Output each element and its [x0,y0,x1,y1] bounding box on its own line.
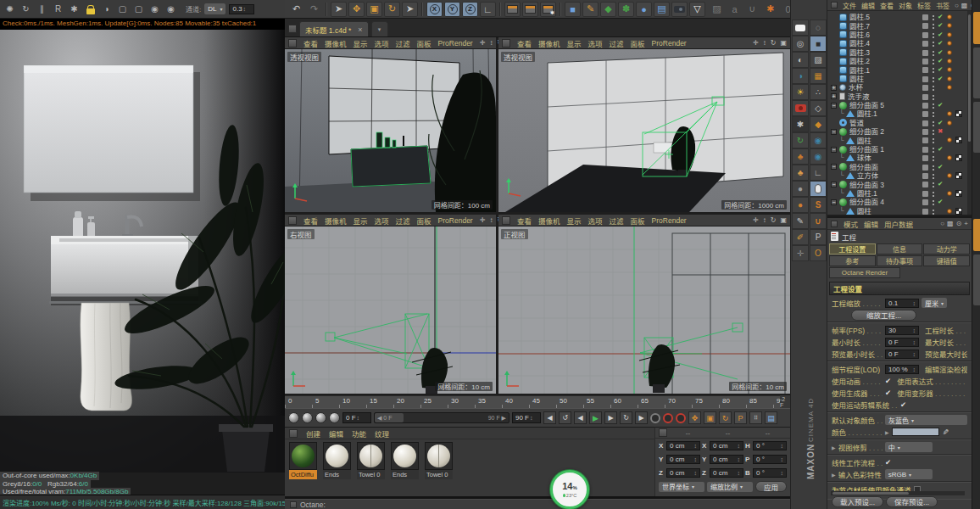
magnet-icon[interactable]: ∪ [744,2,760,17]
phong-tag-icon[interactable] [947,32,952,37]
layer-icon[interactable] [922,14,928,20]
move-tool-icon[interactable]: ✥ [348,2,365,17]
contrast-ab-icon[interactable]: ◐ [792,52,809,68]
camera-icon[interactable] [671,2,688,17]
am-panel-icon[interactable] [831,221,838,227]
scale-unit-dropdown[interactable]: 厘米 [922,298,947,308]
collapse-icon[interactable] [831,147,837,153]
layer-icon[interactable] [922,111,928,117]
search-icon[interactable]: ○ [940,220,944,227]
object-row[interactable]: 细分曲面 1 [827,145,972,154]
layer-icon[interactable] [922,67,928,73]
fps-field[interactable]: 30↕ [885,326,919,335]
subdivision-surface-icon[interactable]: ◆ [600,2,616,17]
expand-arrow-icon[interactable]: ▶ [832,445,836,450]
enabled-check-icon[interactable] [938,75,943,83]
texture-globe-icon[interactable]: ◉ [810,132,827,148]
om-panel-icon[interactable] [831,2,838,8]
menu-display[interactable]: 显示 [354,215,368,226]
collapse-icon[interactable] [831,182,837,187]
menu-edit[interactable]: 编辑 [329,428,343,439]
object-tree[interactable]: 圆柱.5 圆柱.7 圆柱.6 圆柱.4 圆柱.3 圆柱.2 圆柱.1 圆柱 水杯… [827,11,972,215]
snap-s-icon[interactable]: S [810,197,827,213]
render-view-icon[interactable] [504,2,521,17]
tree-icon[interactable]: ♣ [792,165,809,181]
viewport-perspective-shaded[interactable]: 查看 摄像机 显示 选项 过滤 面板 ProRender ✛ ↕ ↻ ▣ [285,37,496,212]
menu-options[interactable]: 选项 [375,38,389,48]
pos-y-field[interactable]: 0 cm↕ [666,455,700,464]
octane-restart-icon[interactable]: ↻ [19,3,32,16]
phong-tag-icon[interactable] [947,191,952,196]
octane-material-picker-icon[interactable]: ◑ [100,3,113,16]
render-view-button-icon[interactable] [792,20,809,36]
section-header[interactable]: 工程设置 [829,282,970,295]
object-row[interactable]: 立方体 [827,171,972,180]
phong-tag-icon[interactable] [947,173,952,178]
keyframe-sphere-icon[interactable] [288,412,299,423]
enabled-check-icon[interactable] [938,48,943,57]
rot-b-field[interactable]: 0 °↕ [753,468,787,478]
visibility-dots-icon[interactable] [933,130,934,131]
add-icon[interactable]: + [964,220,968,227]
phong-tag-icon[interactable] [947,85,952,90]
spline-pen-icon[interactable]: ✎ [582,2,599,17]
menu-options[interactable]: 选项 [588,38,603,48]
enabled-check-icon[interactable] [938,198,943,206]
use-generators-checkbox[interactable]: ✔ [885,389,891,397]
layer-icon[interactable] [922,209,928,215]
goto-start-icon[interactable]: ◀ [543,411,556,424]
pan-view-icon[interactable]: ✛ [753,216,759,224]
timeline-window-icon[interactable]: ▤ [765,411,777,424]
enabled-check-icon[interactable] [938,65,943,74]
zoom-view-icon[interactable]: ↕ [763,216,766,224]
viewport-perspective-wide[interactable]: 查看 摄像机 显示 选项 过滤 面板 ProRender ✛ ↕ ↻ ▣ [498,37,790,212]
object-row[interactable]: 圆柱 [827,207,972,215]
keyframe-sphere-icon[interactable] [329,412,340,423]
phong-tag-icon[interactable] [947,23,952,28]
coordinate-system-icon[interactable]: ∟ [480,2,496,17]
menu-texture[interactable]: 纹理 [375,428,389,439]
dock-tab-active[interactable] [973,12,980,44]
previous-frame-icon[interactable]: ◀ [574,411,587,424]
channel-value-field[interactable]: 0.3↕ [229,4,254,14]
expand-arrow-icon[interactable]: ▶ [832,472,836,478]
layer-icon[interactable] [922,76,928,82]
project-scale-field[interactable]: 0.1↕ [885,299,919,308]
rotate-tool-icon[interactable]: ↻ [384,2,400,17]
annotation-icon[interactable]: a [727,2,743,17]
last-tool-icon[interactable]: ➤ [402,2,418,17]
document-tab[interactable]: 未标题 1.c4d * × [299,21,369,36]
visibility-dots-icon[interactable] [933,174,934,176]
object-row[interactable]: 圆柱.4 [827,39,972,48]
maximize-view-icon[interactable]: ▣ [780,39,787,47]
record-disabled-icon[interactable] [650,413,660,423]
redo-icon[interactable]: ↷ [306,2,322,17]
collapse-icon[interactable] [831,129,837,135]
object-row[interactable]: 洗手液 [827,92,972,101]
phong-tag-icon[interactable] [947,209,952,214]
environment-icon[interactable]: ▤ [654,2,670,17]
key-rotation-toggle-icon[interactable]: ↻ [719,411,732,424]
layer-icon[interactable] [922,129,928,135]
menu-view[interactable]: 查看 [880,1,894,10]
cross-tool-icon[interactable]: ✛ [792,245,809,261]
viewport-panel-icon[interactable] [502,39,510,48]
visibility-dots-icon[interactable] [933,42,934,43]
enabled-check-icon[interactable] [938,119,943,127]
object-row[interactable]: 圆柱.5 [827,13,972,21]
keyframe-sphere-icon[interactable] [302,412,313,423]
tab-project-settings[interactable]: 工程设置 [829,243,876,255]
dock-tab-active[interactable] [973,219,980,251]
lock-icon[interactable]: ▩ [947,220,954,227]
phong-tag-icon[interactable] [947,137,952,143]
x-axis-lock-icon[interactable]: X [426,2,443,17]
layer-icon[interactable] [922,137,928,143]
phong-tag-icon[interactable] [947,59,952,64]
attribute-scrollbar[interactable] [831,491,965,495]
disabled-cross-icon[interactable] [938,127,943,136]
menu-camera[interactable]: 摄像机 [325,215,347,226]
xpresso-icon[interactable]: ✱ [762,2,778,17]
collapse-icon[interactable] [831,199,837,205]
enabled-check-icon[interactable] [938,39,943,48]
object-row[interactable]: 细分曲面 [827,163,972,171]
